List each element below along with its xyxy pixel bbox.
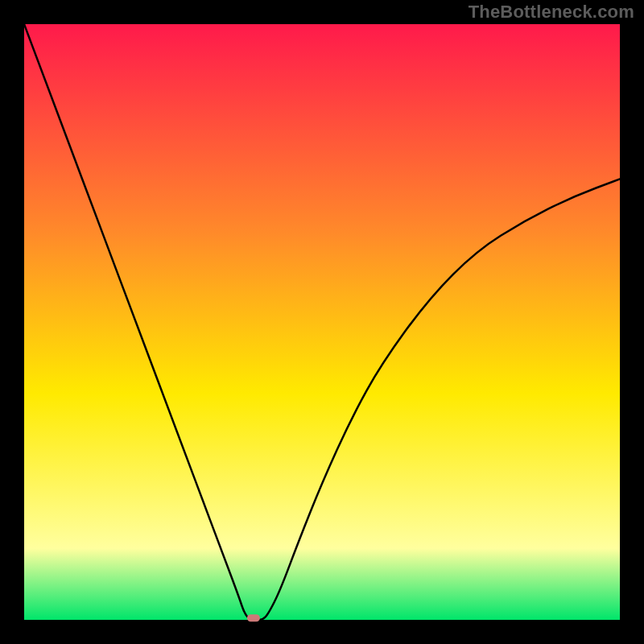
chart-plot-area (24, 24, 620, 620)
optimal-marker (247, 614, 260, 621)
watermark-text: TheBottleneck.com (469, 2, 634, 23)
chart-svg (0, 0, 644, 644)
bottleneck-chart: TheBottleneck.com (0, 0, 644, 644)
